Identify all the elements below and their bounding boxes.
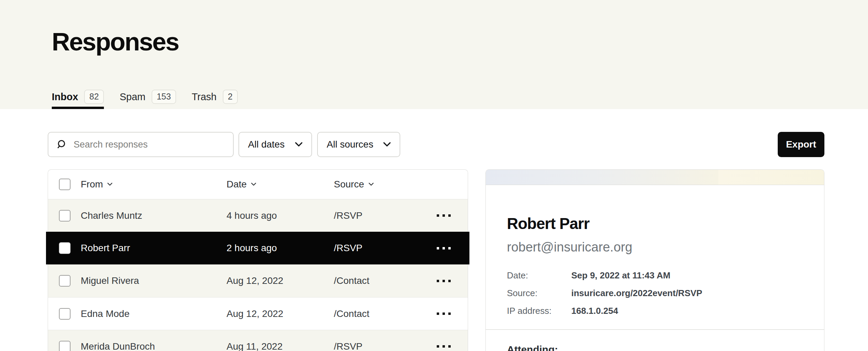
sort-from-header[interactable]: From [81,179,227,190]
detail-panel-content: Robert Parr robert@insuricare.org Date: … [486,214,824,351]
table-row[interactable]: Edna Mode Aug 12, 2022 /Contact [48,297,468,330]
row-source: /Contact [334,308,430,319]
row-from: Robert Parr [81,243,227,254]
source-filter-value: All sources [327,139,373,150]
row-menu-icon[interactable] [435,310,453,317]
row-checkbox[interactable] [59,210,71,222]
table-row-selected[interactable]: Robert Parr 2 hours ago /RSVP [46,232,469,264]
date-filter-value: All dates [248,139,284,150]
tab-trash-count-badge: 2 [223,90,238,104]
meta-ip-value: 168.1.0.254 [571,306,803,316]
row-checkbox[interactable] [59,341,71,351]
chevron-down-icon [107,183,112,186]
meta-date-value: Sep 9, 2022 at 11:43 AM [571,270,803,281]
row-source: /RSVP [334,210,430,221]
chevron-down-icon [251,183,256,186]
sort-date-header[interactable]: Date [227,179,334,190]
row-source: /RSVP [334,341,430,351]
mailbox-tabs: Inbox 82 Spam 153 Trash 2 [52,85,238,109]
meta-date-label: Date: [507,270,571,281]
tab-inbox-label: Inbox [52,91,78,103]
select-all-checkbox[interactable] [59,179,71,190]
source-filter-dropdown[interactable]: All sources [317,132,400,157]
row-checkbox[interactable] [59,275,71,287]
tab-trash[interactable]: Trash 2 [192,85,238,109]
page-title: Responses [52,29,179,55]
row-from: Edna Mode [81,308,227,319]
from-column-label: From [81,179,103,190]
tab-spam-label: Spam [120,91,145,103]
tab-inbox[interactable]: Inbox 82 [52,85,104,109]
meta-source-label: Source: [507,288,571,299]
chevron-down-icon [383,142,391,147]
table-row[interactable]: Merida DunBroch Aug 11, 2022 /RSVP [48,330,468,351]
table-row[interactable]: Charles Muntz 4 hours ago /RSVP [48,199,468,232]
respondent-name: Robert Parr [507,214,803,233]
row-checkbox[interactable] [59,308,71,320]
search-input[interactable] [74,139,225,150]
sort-source-header[interactable]: Source [334,179,430,190]
meta-source-value: insuricare.org/2022event/RSVP [571,288,803,299]
chevron-down-icon [369,183,374,186]
row-date: Aug 12, 2022 [227,308,334,319]
tab-spam-count-badge: 153 [152,90,176,104]
row-source: /RSVP [334,243,430,254]
row-menu-icon[interactable] [435,212,453,219]
row-menu-icon[interactable] [435,245,453,251]
row-date: 4 hours ago [227,210,334,221]
row-date: 2 hours ago [227,243,334,254]
row-date: Aug 12, 2022 [227,275,334,286]
search-box[interactable] [48,132,234,157]
date-filter-dropdown[interactable]: All dates [238,132,312,157]
tab-trash-label: Trash [192,91,217,103]
chevron-down-icon [295,142,303,147]
row-from: Merida DunBroch [81,341,227,351]
row-checkbox[interactable] [59,242,71,254]
row-source: /Contact [334,275,430,286]
detail-panel-gradient-band [486,170,824,185]
response-detail-panel: Robert Parr robert@insuricare.org Date: … [485,169,824,351]
row-date: Aug 11, 2022 [227,341,334,351]
tab-inbox-count-badge: 82 [84,90,104,104]
tab-spam[interactable]: Spam 153 [120,85,176,109]
page-header: Responses Inbox 82 Spam 153 Trash 2 [0,0,868,109]
meta-ip-label: IP address: [507,306,571,316]
export-button[interactable]: Export [778,132,824,157]
responses-table: From Date Source [48,169,468,351]
respondent-email: robert@insuricare.org [507,240,803,255]
responses-page: Responses Inbox 82 Spam 153 Trash 2 [0,0,868,351]
row-menu-icon[interactable] [435,278,453,284]
row-menu-icon[interactable] [435,343,453,350]
detail-divider [486,329,824,330]
response-metadata: Date: Sep 9, 2022 at 11:43 AM Source: in… [507,270,803,316]
source-column-label: Source [334,179,364,190]
table-row[interactable]: Miguel Rivera Aug 12, 2022 /Contact [48,264,468,297]
search-icon [57,139,67,150]
date-column-label: Date [227,179,247,190]
row-from: Charles Muntz [81,210,227,221]
table-header-row: From Date Source [48,170,468,199]
row-from: Miguel Rivera [81,275,227,286]
attending-heading: Attending: [507,344,803,351]
